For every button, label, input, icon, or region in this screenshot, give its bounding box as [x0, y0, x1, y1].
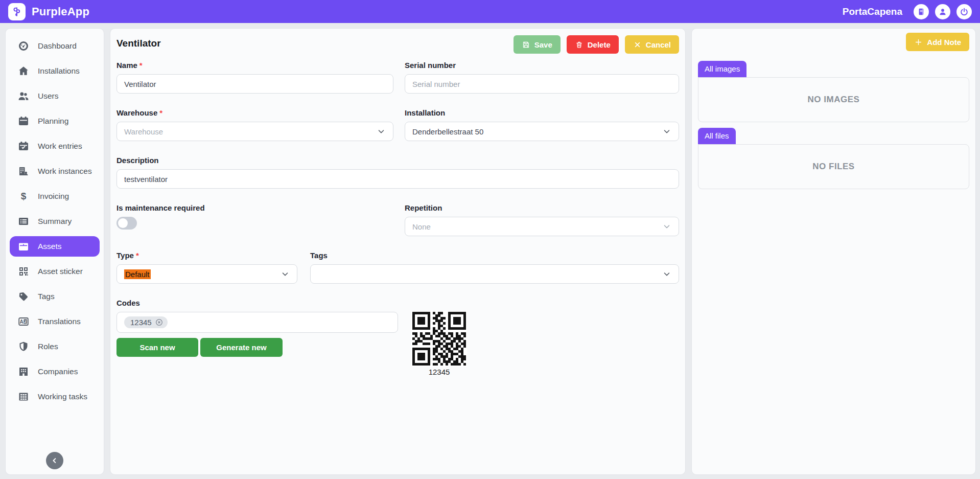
sidebar-item-planning[interactable]: Planning	[10, 111, 100, 131]
working-tasks-icon	[17, 391, 30, 403]
sidebar-item-label: Users	[38, 92, 58, 101]
roles-icon	[17, 340, 30, 353]
tags-icon	[17, 290, 30, 303]
sidebar-item-working-tasks[interactable]: Working tasks	[10, 386, 100, 407]
serial-label: Serial number	[405, 61, 679, 70]
sidebar: Dashboard Installations Users Planning W…	[5, 28, 104, 475]
assets-icon	[17, 240, 30, 253]
work-entries-icon	[17, 140, 30, 152]
qr-block: 12345	[411, 311, 467, 376]
tab-all-files[interactable]: All files	[698, 128, 736, 144]
sidebar-item-summary[interactable]: Summary	[10, 211, 100, 232]
plus-icon	[914, 38, 923, 47]
page-title: Ventilator	[116, 35, 161, 49]
profile-button[interactable]	[935, 4, 950, 19]
qr-code	[411, 311, 467, 367]
type-label: Type*	[116, 251, 297, 260]
sidebar-item-roles[interactable]: Roles	[10, 336, 100, 357]
sidebar-item-users[interactable]: Users	[10, 86, 100, 106]
sidebar-item-label: Summary	[38, 217, 72, 226]
sidebar-item-label: Assets	[38, 242, 62, 251]
maintenance-label: Is maintenance required	[116, 203, 393, 212]
sidebar-item-label: Installations	[38, 66, 80, 76]
dashboard-icon	[17, 40, 30, 52]
add-note-button[interactable]: Add Note	[906, 33, 969, 51]
installations-icon	[17, 65, 30, 77]
remove-code-icon[interactable]	[155, 318, 164, 327]
installation-select[interactable]: Denderbellestraat 50	[405, 122, 679, 141]
delete-button[interactable]: Delete	[567, 35, 619, 54]
trash-icon	[575, 40, 584, 49]
chevron-down-icon	[662, 269, 671, 279]
repetition-select[interactable]: None	[405, 217, 679, 236]
generate-new-button[interactable]: Generate new	[200, 338, 283, 357]
tab-all-images[interactable]: All images	[698, 61, 746, 77]
description-input[interactable]	[116, 169, 679, 189]
notes-icon	[916, 7, 926, 17]
summary-icon	[17, 215, 30, 227]
sidebar-item-label: Planning	[38, 117, 68, 126]
images-empty-box: NO IMAGES	[698, 77, 969, 122]
asset-detail-panel: Ventilator Save Delete Cancel Name*	[110, 28, 686, 475]
qr-caption: 12345	[429, 368, 450, 376]
name-label: Name*	[116, 61, 393, 70]
tags-select[interactable]	[310, 264, 679, 284]
logo-glyph-icon	[11, 6, 23, 18]
warehouse-label: Warehouse*	[116, 108, 393, 117]
chevron-down-icon	[662, 222, 671, 231]
sidebar-item-tags[interactable]: Tags	[10, 286, 100, 307]
users-icon	[17, 90, 30, 102]
sidebar-item-dashboard[interactable]: Dashboard	[10, 36, 100, 56]
chevron-down-icon	[377, 127, 386, 136]
sidebar-item-companies[interactable]: Companies	[10, 361, 100, 382]
codes-input[interactable]: 12345	[116, 312, 398, 333]
planning-icon	[17, 115, 30, 127]
sidebar-item-asset-sticker[interactable]: Asset sticker	[10, 261, 100, 282]
logout-button[interactable]	[956, 4, 972, 19]
name-input[interactable]	[116, 74, 393, 94]
save-icon	[522, 40, 530, 49]
scan-new-button[interactable]: Scan new	[116, 338, 198, 357]
maintenance-toggle[interactable]	[116, 217, 137, 230]
sidebar-item-label: Work instances	[38, 167, 92, 176]
serial-input[interactable]	[405, 74, 679, 94]
type-selected-value: Default	[124, 269, 151, 279]
sidebar-item-label: Roles	[38, 342, 58, 351]
org-name: PortaCapena	[843, 6, 902, 17]
power-icon	[959, 7, 969, 17]
chevron-down-icon	[662, 127, 671, 136]
app-header: PurpleApp PortaCapena	[0, 0, 980, 23]
work-instances-icon	[17, 165, 30, 177]
save-button[interactable]: Save	[514, 35, 561, 54]
notes-button[interactable]	[914, 4, 929, 19]
sidebar-item-label: Work entries	[38, 142, 82, 151]
sidebar-item-work-instances[interactable]: Work instances	[10, 161, 100, 181]
files-empty-box: NO FILES	[698, 144, 969, 189]
installation-label: Installation	[405, 108, 679, 117]
cancel-button[interactable]: Cancel	[625, 35, 679, 54]
sidebar-nav: Dashboard Installations Users Planning W…	[10, 36, 100, 412]
no-images-text: NO IMAGES	[808, 95, 860, 105]
chevron-down-icon	[281, 269, 290, 279]
tags-label: Tags	[310, 251, 679, 260]
app-logo[interactable]	[8, 3, 26, 20]
companies-icon	[17, 366, 30, 378]
sidebar-item-label: Companies	[38, 367, 78, 376]
warehouse-select[interactable]: Warehouse	[116, 122, 393, 141]
codes-label: Codes	[116, 299, 398, 307]
user-icon	[938, 7, 948, 17]
translations-icon	[17, 315, 30, 328]
sidebar-item-installations[interactable]: Installations	[10, 61, 100, 81]
no-files-text: NO FILES	[812, 162, 854, 172]
sidebar-item-assets[interactable]: Assets	[10, 236, 100, 257]
sidebar-collapse-button[interactable]	[46, 452, 63, 469]
sidebar-item-invoicing[interactable]: Invoicing	[10, 186, 100, 207]
sidebar-item-label: Translations	[38, 317, 81, 326]
type-select[interactable]: Default	[116, 264, 297, 284]
sidebar-item-work-entries[interactable]: Work entries	[10, 136, 100, 156]
sidebar-item-translations[interactable]: Translations	[10, 311, 100, 332]
invoicing-icon	[17, 190, 30, 202]
description-label: Description	[116, 156, 679, 165]
sidebar-item-label: Dashboard	[38, 41, 77, 51]
attachments-panel: Add Note All images NO IMAGES All files …	[691, 28, 976, 475]
